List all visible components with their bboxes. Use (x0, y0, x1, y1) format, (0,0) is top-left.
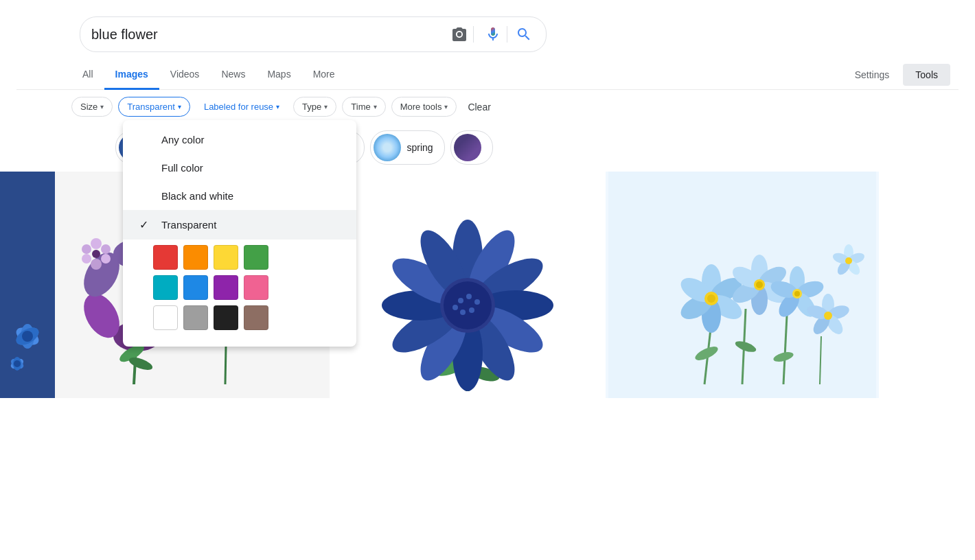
image-2-svg (331, 172, 604, 398)
chip-img-last (454, 134, 481, 161)
nav-item-news[interactable]: News (210, 60, 256, 90)
svg-point-83 (707, 294, 715, 303)
svg-point-43 (92, 250, 100, 258)
swatch-purple[interactable] (214, 275, 238, 300)
svg-point-64 (474, 299, 480, 305)
check-transparent: ✓ (139, 218, 153, 231)
chip-img-spring (374, 134, 401, 161)
nav-row: All Images Videos News Maps More Setting… (16, 60, 959, 90)
nav-item-maps[interactable]: Maps (256, 60, 301, 90)
size-chevron-icon: ▾ (100, 103, 104, 110)
time-filter[interactable]: Time ▾ (342, 97, 385, 117)
color-dropdown: Any color Full color Black and white ✓ T… (123, 120, 356, 347)
svg-point-38 (101, 244, 111, 254)
swatch-brown[interactable] (244, 305, 268, 330)
time-label: Time (351, 102, 370, 112)
color-swatch-grid (123, 240, 356, 341)
svg-point-42 (82, 244, 91, 254)
dropdown-label-any-color: Any color (161, 134, 205, 145)
search-icons (446, 26, 535, 43)
swatch-yellow[interactable] (214, 245, 238, 270)
swatch-gray[interactable] (183, 305, 208, 330)
dropdown-item-any-color[interactable]: Any color (123, 126, 356, 154)
svg-point-98 (794, 291, 800, 296)
svg-point-91 (756, 281, 763, 288)
svg-point-61 (444, 281, 492, 329)
clear-button[interactable]: Clear (462, 97, 496, 117)
nav-item-images[interactable]: Images (104, 60, 159, 90)
search-box[interactable] (80, 16, 547, 52)
color-chevron-icon: ▾ (178, 103, 181, 110)
swatch-blue[interactable] (183, 275, 208, 300)
swatch-black[interactable] (214, 305, 238, 330)
nav-settings[interactable]: Settings (844, 61, 901, 89)
svg-point-0 (457, 32, 461, 36)
dropdown-item-transparent[interactable]: ✓ Transparent (123, 210, 356, 240)
license-chevron-icon: ▾ (276, 103, 279, 110)
swatch-red[interactable] (153, 245, 178, 270)
license-filter[interactable]: Labeled for reuse ▾ (196, 97, 288, 116)
search-input[interactable] (91, 27, 440, 43)
swatch-teal[interactable] (153, 275, 178, 300)
svg-point-40 (91, 259, 102, 270)
svg-point-10 (14, 360, 21, 367)
swatch-white[interactable] (153, 305, 178, 330)
type-label: Type (302, 102, 321, 112)
nav-item-videos[interactable]: Videos (159, 60, 211, 90)
size-label: Size (80, 102, 98, 112)
camera-icon[interactable] (446, 26, 474, 43)
dropdown-item-black-white[interactable]: Black and white (123, 182, 356, 210)
dropdown-item-full-color[interactable]: Full color (123, 154, 356, 182)
color-filter[interactable]: Transparent ▾ (118, 97, 190, 117)
swatch-orange[interactable] (183, 245, 208, 270)
left-strip-svg (0, 172, 55, 398)
nav-tools-button[interactable]: Tools (903, 64, 950, 86)
dropdown-label-full-color: Full color (161, 162, 203, 174)
svg-point-6 (22, 331, 33, 342)
svg-point-65 (469, 307, 474, 313)
header: All Images Videos News Maps More Setting… (0, 0, 975, 124)
svg-point-110 (845, 257, 852, 264)
size-filter[interactable]: Size ▾ (71, 97, 113, 117)
svg-point-39 (101, 254, 111, 264)
type-filter[interactable]: Type ▾ (293, 97, 336, 117)
svg-point-41 (82, 254, 91, 264)
svg-point-66 (460, 310, 466, 315)
dropdown-label-transparent: Transparent (161, 219, 216, 231)
mic-icon[interactable] (479, 26, 507, 43)
chip-spring[interactable]: spring (370, 130, 444, 165)
type-chevron-icon: ▾ (324, 103, 328, 110)
svg-point-67 (452, 305, 458, 310)
more-tools-filter[interactable]: More tools ▾ (391, 97, 457, 117)
svg-point-63 (466, 294, 472, 299)
swatch-green[interactable] (244, 245, 268, 270)
left-image-strip (0, 172, 55, 398)
search-icon[interactable] (513, 26, 535, 43)
svg-point-104 (824, 312, 832, 320)
chip-label-spring: spring (406, 142, 433, 153)
chip-last[interactable] (450, 130, 493, 165)
more-tools-label: More tools (400, 102, 442, 112)
time-chevron-icon: ▾ (374, 103, 377, 110)
nav-item-all[interactable]: All (71, 60, 104, 90)
filter-row: Size ▾ Transparent ▾ Labeled for reuse ▾… (16, 90, 959, 124)
color-label: Transparent (127, 102, 175, 112)
image-3[interactable] (604, 172, 879, 398)
image-3-svg (606, 172, 879, 398)
more-tools-chevron-icon: ▾ (444, 103, 448, 110)
image-2[interactable] (330, 172, 604, 398)
nav-item-more[interactable]: More (302, 60, 346, 90)
search-row (16, 11, 959, 60)
svg-rect-1 (0, 172, 55, 398)
license-label: Labeled for reuse (204, 102, 273, 112)
svg-point-62 (458, 298, 463, 303)
swatch-pink[interactable] (244, 275, 268, 300)
dropdown-label-black-white: Black and white (161, 190, 233, 202)
svg-point-37 (91, 238, 102, 249)
